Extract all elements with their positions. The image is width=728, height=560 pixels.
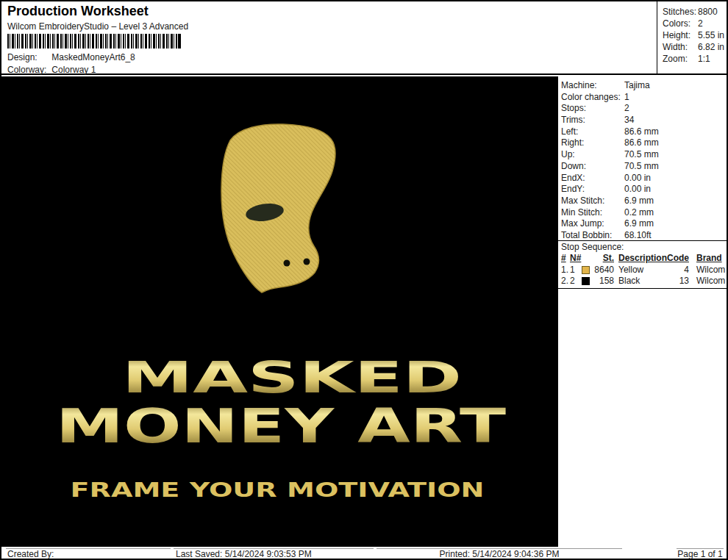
machine-row: Right:86.6 mm bbox=[558, 137, 727, 149]
stop-sequence-title: Stop Sequence: bbox=[561, 242, 624, 252]
stat-stitches: Stitches:8800 bbox=[663, 6, 727, 18]
footer-printed: Printed: 5/14/2024 9:04:36 PM bbox=[377, 548, 622, 560]
machine-row: Down:70.5 mm bbox=[558, 161, 727, 173]
machine-row: EndX:0.00 in bbox=[558, 173, 727, 184]
colorway-value: Colorway 1 bbox=[51, 65, 96, 75]
app-subtitle: Wilcom EmbroideryStudio – Level 3 Advanc… bbox=[7, 21, 188, 32]
phantom-mask-icon bbox=[221, 124, 335, 292]
stop-sequence-row: 1. 1 8640 Yellow 4 Wilcom bbox=[558, 265, 727, 276]
footer-created-by: Created By: bbox=[6, 548, 171, 560]
divider bbox=[558, 288, 727, 289]
machine-row: Stops:2 bbox=[558, 103, 727, 115]
machine-row: Machine:Tajima bbox=[558, 80, 727, 92]
logo-line2: MONEY ART bbox=[56, 399, 506, 453]
design-stats-box: Stitches:8800 Colors:2 Height:5.55 in Wi… bbox=[657, 1, 727, 75]
embroidery-artwork: MASKED MONEY ART FRAME YOUR MOTIVATION bbox=[1, 76, 558, 547]
machine-row: Left:86.6 mm bbox=[558, 126, 727, 138]
machine-row: Trims:34 bbox=[558, 115, 727, 126]
barcode-icon bbox=[7, 34, 181, 49]
design-value: MaskedMoneyArt6_8 bbox=[51, 52, 135, 62]
stat-colors: Colors:2 bbox=[663, 18, 727, 29]
machine-row: Max Jump:6.9 mm bbox=[558, 218, 727, 230]
machine-row: Up:70.5 mm bbox=[558, 149, 727, 161]
footer-page-number: Page 1 of 1 bbox=[677, 548, 724, 560]
design-name-row: Design: MaskedMoneyArt6_8 bbox=[7, 52, 135, 62]
machine-row: Min Stitch:0.2 mm bbox=[558, 207, 727, 219]
colorway-label: Colorway: bbox=[7, 65, 49, 75]
machine-row: EndY:0.00 in bbox=[558, 184, 727, 195]
machine-rows: Machine:Tajima Color changes:1 Stops:2 T… bbox=[558, 80, 727, 242]
machine-row: Max Stitch:6.9 mm bbox=[558, 195, 727, 207]
logo-tagline: FRAME YOUR MOTIVATION bbox=[71, 478, 485, 501]
production-worksheet-page: Production Worksheet Wilcom EmbroiderySt… bbox=[0, 0, 728, 560]
mask-dot-left bbox=[284, 260, 290, 267]
stat-zoom: Zoom:1:1 bbox=[663, 53, 727, 65]
stop-sequence-row: 2. 2 158 Black 13 Wilcom bbox=[558, 276, 727, 287]
mask-dot-right bbox=[304, 259, 310, 265]
logo-line1: MASKED bbox=[122, 353, 462, 403]
design-canvas: MASKED MONEY ART FRAME YOUR MOTIVATION bbox=[1, 76, 558, 547]
machine-row: Color changes:1 bbox=[558, 92, 727, 104]
colorway-row: Colorway: Colorway 1 bbox=[7, 65, 96, 75]
worksheet-header: Production Worksheet Wilcom EmbroiderySt… bbox=[1, 1, 727, 75]
design-label: Design: bbox=[7, 52, 49, 62]
stat-width: Width:6.82 in bbox=[663, 41, 727, 53]
machine-info-panel: Machine:Tajima Color changes:1 Stops:2 T… bbox=[558, 76, 727, 547]
footer-last-saved: Last Saved: 5/14/2024 9:03:53 PM bbox=[174, 548, 374, 560]
stat-height: Height:5.55 in bbox=[663, 29, 727, 41]
divider bbox=[558, 240, 727, 241]
page-title: Production Worksheet bbox=[7, 4, 149, 19]
stop-sequence-header: # N# St. Description Code Brand bbox=[558, 253, 727, 264]
